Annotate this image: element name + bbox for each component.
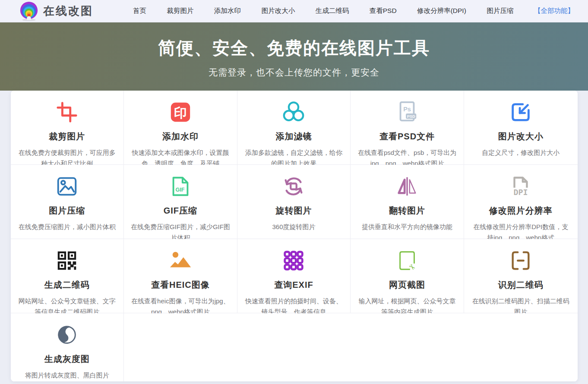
svg-text:PSD: PSD xyxy=(407,114,415,119)
svg-text:Ps: Ps xyxy=(403,106,411,113)
tool-card-title: 图片压缩 xyxy=(11,205,124,217)
gif-file-icon: GIF xyxy=(124,174,237,199)
top-nav: 在线改图 首页裁剪图片添加水印图片改大小生成二维码查看PSD修改分辨率(DPI)… xyxy=(0,0,588,22)
tool-card-description: 在线免费压缩图片，减小图片体积 xyxy=(17,221,117,232)
tool-card-rotate[interactable]: 旋转图片 360度旋转图片 xyxy=(237,165,351,239)
grid-empty-filler xyxy=(124,313,577,381)
psd-file-icon: PsPSD xyxy=(351,100,464,125)
tool-card-title: GIF压缩 xyxy=(124,205,237,217)
tool-card-grayscale[interactable]: 生成灰度图 将图片转成灰度图、黑白图片 xyxy=(11,313,124,381)
brand-title: 在线改图 xyxy=(43,3,93,19)
tool-card-title: 生成灰度图 xyxy=(11,353,124,365)
tool-card-title: 添加水印 xyxy=(124,131,237,142)
tool-card-description: 360度旋转图片 xyxy=(243,221,344,232)
tool-card-title: 网页截图 xyxy=(351,279,464,291)
tool-card-dpi-file[interactable]: DPI 修改照片分辨率 在线修改照片分辨率DPI数值，支持jpg、png、web… xyxy=(464,165,578,239)
tool-card-title: 查看HEIC图像 xyxy=(124,279,237,291)
tool-card-title: 翻转图片 xyxy=(351,205,464,217)
tool-card-description: 将图片转成灰度图、黑白图片 xyxy=(17,370,117,381)
hero-title: 简便、安全、免费的在线图片工具 xyxy=(0,22,588,60)
nav-menu: 首页裁剪图片添加水印图片改大小生成二维码查看PSD修改分辨率(DPI)图片压缩【… xyxy=(133,6,574,16)
webpage-screenshot-icon: ✂ xyxy=(351,248,464,273)
tool-card-title: 生成二维码 xyxy=(11,279,124,291)
tool-card-watermark-stamp[interactable]: 印 添加水印 快速添加文本或图像水印，设置颜色、透明度、角度，及平铺 xyxy=(124,91,237,165)
nav-item-1[interactable]: 首页 xyxy=(133,6,146,16)
hero-subtitle: 无需登录，也不会上传您的文件，更安全 xyxy=(0,66,588,79)
nav-all-features-link[interactable]: 【全部功能】 xyxy=(534,6,574,16)
tool-card-gif-file[interactable]: GIF GIF压缩 在线免费压缩GIF图片，减少GIF图片体积 xyxy=(124,165,237,239)
main-area: 裁剪图片 在线免费方便裁剪图片，可应用多种大小和尺寸比例 印 添加水印 快速添加… xyxy=(0,91,588,351)
qrcode-scan-icon xyxy=(464,248,578,273)
nav-item-6[interactable]: 查看PSD xyxy=(370,6,397,16)
tool-card-title: 查看PSD文件 xyxy=(351,131,464,142)
tool-card-crop[interactable]: 裁剪图片 在线免费方便裁剪图片，可应用多种大小和尺寸比例 xyxy=(11,91,124,165)
nav-item-8[interactable]: 图片压缩 xyxy=(487,6,513,16)
filter-circles-icon xyxy=(237,100,351,125)
tool-card-description: 提供垂直和水平方向的镜像功能 xyxy=(357,221,457,232)
svg-text:DPI: DPI xyxy=(514,188,528,197)
tool-card-title: 旋转图片 xyxy=(237,205,351,217)
flip-icon xyxy=(351,174,464,199)
qrcode-icon xyxy=(11,248,124,273)
tool-card-exif-grid[interactable]: 查询EXIF 快速查看照片的拍摄时间、设备、镜头型号、作者等信息 xyxy=(237,239,351,313)
tool-card-description: 自定义尺寸，修改图片大小 xyxy=(471,147,571,158)
tool-card-resize[interactable]: 图片改大小 自定义尺寸，修改图片大小 xyxy=(464,91,578,165)
rainbow-logo-icon xyxy=(19,1,39,21)
grayscale-icon xyxy=(11,322,124,347)
tool-card-title: 添加滤镜 xyxy=(237,131,351,142)
tool-card-qrcode[interactable]: 生成二维码 网站网址、公众号文章链接、文字等信息生成二维码图片 xyxy=(11,239,124,313)
tool-card-title: 识别二维码 xyxy=(464,279,578,291)
tool-card-webpage-screenshot[interactable]: ✂ 网页截图 输入网址，根据网页、公众号文章等等内容生成图片 xyxy=(351,239,464,313)
svg-text:GIF: GIF xyxy=(175,187,184,193)
watermark-stamp-icon: 印 xyxy=(124,100,237,125)
tool-card-qrcode-scan[interactable]: 识别二维码 在线识别二维码图片、扫描二维码图片 xyxy=(464,239,578,313)
brand-home-link[interactable]: 在线改图 xyxy=(19,1,93,21)
heic-image-icon xyxy=(124,248,237,273)
rotate-icon xyxy=(237,174,351,199)
dpi-file-icon: DPI xyxy=(464,174,578,199)
nav-item-7[interactable]: 修改分辨率(DPI) xyxy=(417,6,466,16)
nav-item-4[interactable]: 图片改大小 xyxy=(262,6,295,16)
tool-card-flip[interactable]: 翻转图片 提供垂直和水平方向的镜像功能 xyxy=(351,165,464,239)
tool-card-image-compress[interactable]: 图片压缩 在线免费压缩图片，减小图片体积 xyxy=(11,165,124,239)
tool-card-title: 修改照片分辨率 xyxy=(464,205,578,217)
tool-card-title: 查询EXIF xyxy=(237,279,351,291)
tool-card-filter-circles[interactable]: 添加滤镜 添加多款滤镜，自定义滤镜，给你的图片加上效果 xyxy=(237,91,351,165)
exif-grid-icon xyxy=(237,248,351,273)
tool-card-title: 图片改大小 xyxy=(464,131,578,142)
resize-icon xyxy=(464,100,578,125)
tool-card-psd-file[interactable]: PsPSD 查看PSD文件 在线查看psd文件、psb，可导出为jpg、png、… xyxy=(351,91,464,165)
tool-card-title: 裁剪图片 xyxy=(11,131,124,142)
nav-item-3[interactable]: 添加水印 xyxy=(214,6,241,16)
svg-text:印: 印 xyxy=(174,106,187,120)
image-compress-icon xyxy=(11,174,124,199)
tool-card-heic-image[interactable]: 查看HEIC图像 在线查看heic图像，可导出为jpg、png、webp格式图片 xyxy=(124,239,237,313)
tools-grid: 裁剪图片 在线免费方便裁剪图片，可应用多种大小和尺寸比例 印 添加水印 快速添加… xyxy=(11,91,578,381)
svg-text:✂: ✂ xyxy=(407,262,417,272)
nav-item-2[interactable]: 裁剪图片 xyxy=(167,6,194,16)
nav-item-5[interactable]: 生成二维码 xyxy=(316,6,349,16)
crop-icon xyxy=(11,100,124,125)
